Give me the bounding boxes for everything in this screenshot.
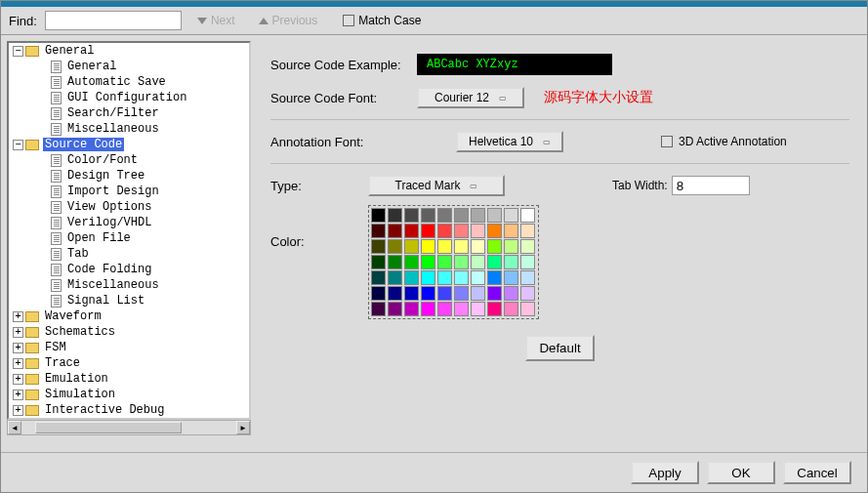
color-swatch[interactable] [454, 208, 469, 223]
color-swatch[interactable] [404, 208, 419, 223]
color-swatch[interactable] [404, 302, 419, 316]
default-button[interactable]: Default [525, 335, 594, 361]
color-swatch[interactable] [454, 270, 469, 285]
tree-item[interactable]: Open File [9, 230, 249, 246]
color-swatch[interactable] [487, 270, 502, 285]
tree-item[interactable]: Tab [9, 246, 249, 262]
tree-item[interactable]: Color/Font [9, 152, 249, 168]
color-swatch[interactable] [520, 302, 535, 316]
color-swatch[interactable] [388, 239, 402, 254]
tree-item[interactable]: +Simulation [9, 387, 249, 402]
expander-icon[interactable]: − [13, 140, 23, 150]
expander-icon[interactable]: + [13, 390, 23, 400]
apply-button[interactable]: Apply [631, 461, 699, 484]
color-swatch[interactable] [437, 302, 452, 316]
color-swatch[interactable] [404, 224, 419, 238]
expander-icon[interactable]: + [13, 374, 23, 385]
tree-item[interactable]: +Schematics [9, 324, 249, 340]
color-swatch[interactable] [388, 224, 402, 238]
color-swatch[interactable] [388, 286, 402, 301]
expander-icon[interactable]: + [13, 405, 23, 416]
find-next-button[interactable]: Next [189, 12, 243, 29]
color-swatch[interactable] [371, 255, 386, 269]
color-swatch[interactable] [454, 239, 469, 254]
color-swatch[interactable] [487, 302, 502, 316]
color-swatch[interactable] [487, 255, 502, 269]
tree-item[interactable]: Miscellaneous [9, 277, 249, 293]
color-swatch[interactable] [504, 255, 518, 269]
color-swatch[interactable] [371, 208, 386, 223]
color-swatch[interactable] [437, 224, 452, 238]
color-swatch[interactable] [487, 224, 502, 238]
color-swatch[interactable] [371, 239, 386, 254]
tree-item[interactable]: +Emulation [9, 371, 249, 387]
match-case-checkbox[interactable] [343, 15, 354, 26]
color-swatch[interactable] [520, 224, 535, 238]
tree-item[interactable]: GUI Configuration [9, 90, 249, 105]
color-swatch[interactable] [520, 208, 535, 223]
tree-item[interactable]: +Interactive Debug [9, 402, 249, 418]
color-swatch[interactable] [421, 286, 435, 301]
tree-item[interactable]: +Waveform [9, 308, 249, 324]
color-swatch[interactable] [471, 270, 485, 285]
color-swatch[interactable] [504, 286, 518, 301]
find-previous-button[interactable]: Previous [251, 12, 326, 29]
color-swatch[interactable] [454, 224, 469, 238]
color-swatch[interactable] [504, 302, 518, 316]
color-swatch[interactable] [504, 224, 518, 238]
tree-item[interactable]: Signal List [9, 293, 249, 308]
color-swatch[interactable] [454, 302, 469, 316]
color-swatch[interactable] [504, 270, 518, 285]
tab-width-input[interactable] [672, 176, 750, 195]
color-swatch[interactable] [437, 239, 452, 254]
color-swatch[interactable] [421, 270, 435, 285]
color-swatch[interactable] [471, 302, 485, 316]
expander-icon[interactable]: + [13, 358, 23, 369]
tree-item[interactable]: +FSM [9, 340, 249, 355]
ok-button[interactable]: OK [707, 461, 775, 484]
color-swatch[interactable] [421, 208, 435, 223]
color-swatch[interactable] [471, 255, 485, 269]
color-swatch[interactable] [388, 255, 402, 269]
tree-item[interactable]: Search/Filter [9, 105, 249, 121]
color-swatch[interactable] [471, 208, 485, 223]
color-swatch[interactable] [371, 270, 386, 285]
tree-item[interactable]: Verilog/VHDL [9, 215, 249, 230]
active-annotation-checkbox[interactable] [661, 136, 673, 147]
color-swatch[interactable] [487, 286, 502, 301]
tree-item[interactable]: −General [9, 43, 249, 59]
color-swatch[interactable] [520, 239, 535, 254]
color-swatch[interactable] [421, 224, 435, 238]
color-swatch[interactable] [371, 302, 386, 316]
color-swatch[interactable] [504, 208, 518, 223]
cancel-button[interactable]: Cancel [783, 461, 851, 484]
tree-item[interactable]: View Options [9, 199, 249, 215]
color-swatch[interactable] [437, 255, 452, 269]
color-swatch[interactable] [404, 270, 419, 285]
color-swatch[interactable] [437, 286, 452, 301]
category-tree[interactable]: −GeneralGeneralAutomatic SaveGUI Configu… [7, 41, 251, 420]
color-swatch[interactable] [421, 255, 435, 269]
tree-item[interactable]: +Trace [9, 355, 249, 371]
tree-item[interactable]: Miscellaneous [9, 121, 249, 137]
color-swatch[interactable] [520, 270, 535, 285]
color-swatch[interactable] [388, 208, 402, 223]
horizontal-scrollbar[interactable]: ◄ ► [7, 420, 251, 435]
color-swatch[interactable] [421, 302, 435, 316]
color-swatch[interactable] [437, 270, 452, 285]
expander-icon[interactable]: + [13, 343, 23, 353]
find-input[interactable] [45, 11, 182, 30]
color-swatch[interactable] [371, 224, 386, 238]
expander-icon[interactable]: + [13, 311, 23, 322]
tree-item[interactable]: Automatic Save [9, 74, 249, 90]
color-swatch[interactable] [371, 286, 386, 301]
source-font-button[interactable]: Courier 12▭ [417, 87, 524, 108]
tree-item[interactable]: Design Tree [9, 168, 249, 184]
type-dropdown[interactable]: Traced Mark▭ [368, 175, 505, 196]
color-swatch[interactable] [404, 286, 419, 301]
expander-icon[interactable]: − [13, 46, 23, 57]
color-swatch[interactable] [454, 255, 469, 269]
expander-icon[interactable]: + [13, 327, 23, 338]
tree-item[interactable]: −Source Code [9, 137, 249, 152]
color-swatch[interactable] [388, 302, 402, 316]
